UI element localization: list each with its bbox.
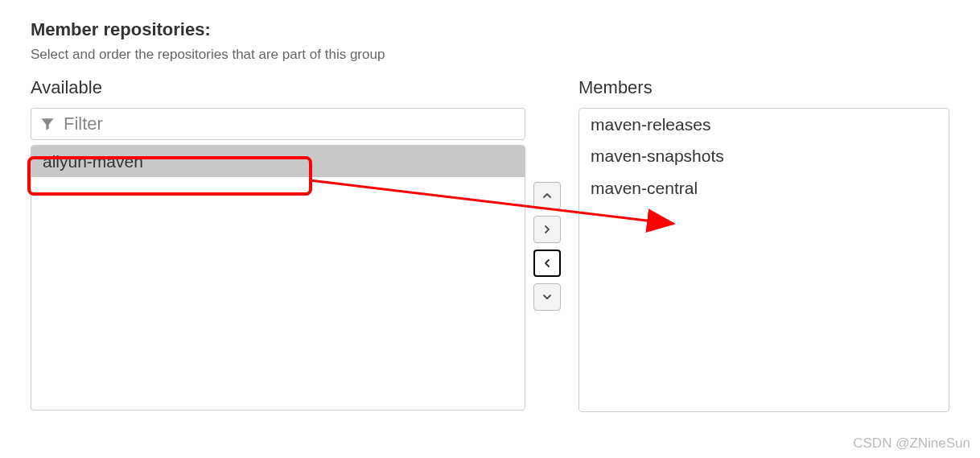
section-description: Select and order the repositories that a… (31, 47, 949, 63)
members-list[interactable]: maven-releasesmaven-snapshotsmaven-centr… (579, 108, 949, 412)
move-up-button[interactable] (533, 182, 561, 209)
filter-box[interactable] (31, 108, 525, 140)
members-panel: Members maven-releasesmaven-snapshotsmav… (569, 77, 949, 412)
members-label: Members (579, 77, 949, 98)
filter-input[interactable] (62, 113, 517, 135)
watermark: CSDN @ZNineSun (853, 435, 970, 452)
members-item[interactable]: maven-snapshots (579, 140, 949, 171)
filter-icon (39, 116, 56, 132)
section-title: Member repositories: (31, 19, 949, 40)
move-left-button[interactable] (533, 250, 561, 277)
transfer-control: Available aliyun-maven (31, 77, 949, 412)
move-down-button[interactable] (533, 283, 561, 311)
members-item[interactable]: maven-releases (579, 109, 949, 140)
available-label: Available (31, 77, 525, 98)
members-item[interactable]: maven-central (579, 172, 949, 204)
available-list[interactable]: aliyun-maven (31, 145, 525, 411)
available-panel: Available aliyun-maven (31, 77, 525, 411)
available-item[interactable]: aliyun-maven (31, 146, 525, 177)
move-right-button[interactable] (533, 216, 561, 243)
transfer-buttons (525, 182, 569, 311)
